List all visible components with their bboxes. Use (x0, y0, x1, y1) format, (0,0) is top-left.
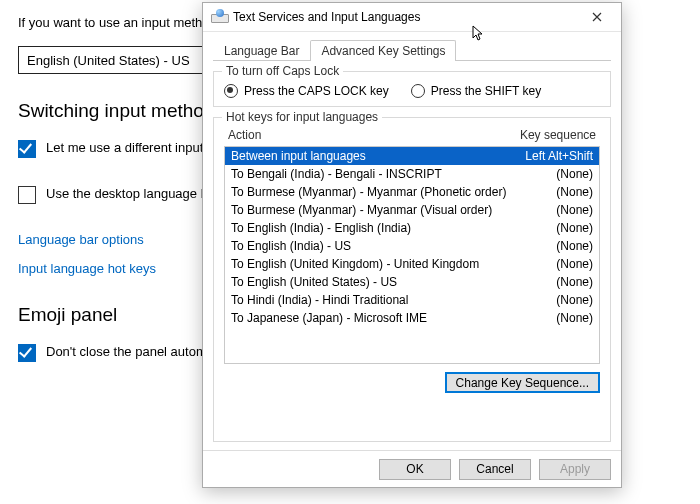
row-action: To English (United Kingdom) - United Kin… (231, 256, 511, 272)
tab-language-bar[interactable]: Language Bar (213, 40, 310, 61)
row-action: To English (India) - US (231, 238, 511, 254)
row-action: To English (India) - English (India) (231, 220, 511, 236)
row-key-sequence: (None) (511, 310, 593, 326)
row-action: To Burmese (Myanmar) - Myanmar (Visual o… (231, 202, 511, 218)
dialog-footer: OK Cancel Apply (203, 450, 621, 487)
row-action: Between input languages (231, 148, 511, 164)
row-action: To Burmese (Myanmar) - Myanmar (Phonetic… (231, 184, 511, 200)
titlebar[interactable]: Text Services and Input Languages (203, 3, 621, 32)
hotkey-row[interactable]: To Burmese (Myanmar) - Myanmar (Phonetic… (225, 183, 599, 201)
text-services-dialog: Text Services and Input Languages Langua… (202, 2, 622, 488)
tabstrip: Language Bar Advanced Key Settings (213, 38, 611, 61)
hotkeys-group: Hot keys for input languages Action Key … (213, 117, 611, 442)
row-key-sequence: (None) (511, 166, 593, 182)
close-icon (592, 12, 602, 22)
close-button[interactable] (577, 4, 617, 30)
row-key-sequence: (None) (511, 274, 593, 290)
caps-lock-group: To turn off Caps Lock Press the CAPS LOC… (213, 71, 611, 107)
hotkey-row[interactable]: To English (United Kingdom) - United Kin… (225, 255, 599, 273)
check-icon (18, 344, 36, 362)
row-action: To Hindi (India) - Hindi Traditional (231, 292, 511, 308)
keyboard-globe-icon (211, 11, 227, 23)
row-key-sequence: Left Alt+Shift (511, 148, 593, 164)
radio-press-shift[interactable]: Press the SHIFT key (411, 84, 541, 98)
row-key-sequence: (None) (511, 292, 593, 308)
apply-button[interactable]: Apply (539, 459, 611, 480)
radio-label: Press the CAPS LOCK key (244, 84, 389, 98)
row-key-sequence: (None) (511, 220, 593, 236)
radio-press-caps-lock[interactable]: Press the CAPS LOCK key (224, 84, 389, 98)
hotkey-row[interactable]: To English (India) - English (India)(Non… (225, 219, 599, 237)
change-key-sequence-button[interactable]: Change Key Sequence... (445, 372, 600, 393)
check-icon (18, 186, 36, 204)
radio-icon (224, 84, 238, 98)
group-legend: To turn off Caps Lock (222, 64, 343, 78)
hotkey-row[interactable]: To English (United States) - US(None) (225, 273, 599, 291)
check-icon (18, 140, 36, 158)
row-key-sequence: (None) (511, 256, 593, 272)
combo-value: English (United States) - US (27, 53, 190, 68)
group-legend: Hot keys for input languages (222, 110, 382, 124)
dialog-title: Text Services and Input Languages (233, 10, 577, 24)
row-key-sequence: (None) (511, 202, 593, 218)
row-action: To Bengali (India) - Bengali - INSCRIPT (231, 166, 511, 182)
tab-advanced-key-settings[interactable]: Advanced Key Settings (310, 40, 456, 61)
col-action: Action (228, 128, 510, 142)
hotkey-row[interactable]: To Japanese (Japan) - Microsoft IME(None… (225, 309, 599, 327)
ok-button[interactable]: OK (379, 459, 451, 480)
hotkey-row[interactable]: To English (India) - US(None) (225, 237, 599, 255)
col-key-sequence: Key sequence (510, 128, 596, 142)
dialog-body: Language Bar Advanced Key Settings To tu… (203, 32, 621, 450)
hotkey-row[interactable]: To Burmese (Myanmar) - Myanmar (Visual o… (225, 201, 599, 219)
row-key-sequence: (None) (511, 184, 593, 200)
list-header: Action Key sequence (224, 126, 600, 144)
hotkey-row[interactable]: To Hindi (India) - Hindi Traditional(Non… (225, 291, 599, 309)
row-action: To Japanese (Japan) - Microsoft IME (231, 310, 511, 326)
hotkey-row[interactable]: To Bengali (India) - Bengali - INSCRIPT(… (225, 165, 599, 183)
radio-icon (411, 84, 425, 98)
radio-label: Press the SHIFT key (431, 84, 541, 98)
hotkeys-listbox[interactable]: Between input languagesLeft Alt+ShiftTo … (224, 146, 600, 364)
row-action: To English (United States) - US (231, 274, 511, 290)
row-key-sequence: (None) (511, 238, 593, 254)
cancel-button[interactable]: Cancel (459, 459, 531, 480)
hotkey-row[interactable]: Between input languagesLeft Alt+Shift (225, 147, 599, 165)
